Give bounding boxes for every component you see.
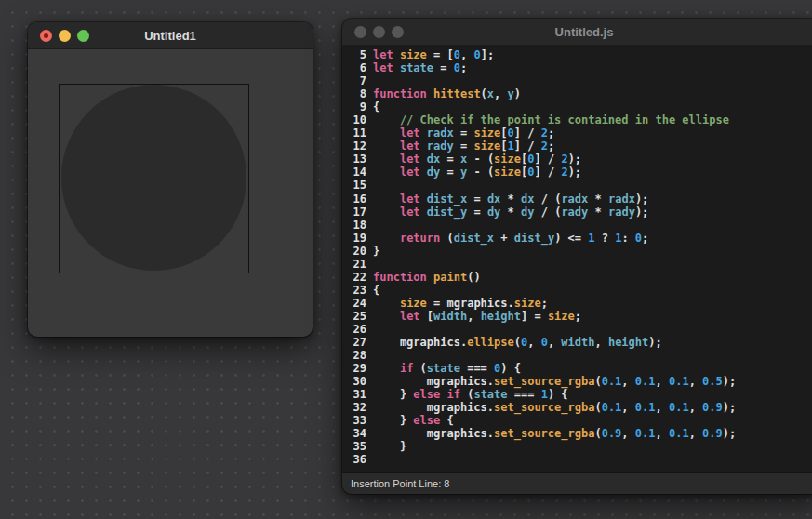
line-number: 31 bbox=[344, 388, 366, 401]
code-text: let rady = size[1] / 2; bbox=[373, 140, 554, 153]
zoom-button[interactable] bbox=[392, 26, 404, 38]
code-text: mgraphics.set_source_rgba(0.9, 0.1, 0.1,… bbox=[373, 427, 736, 440]
line-number: 6 bbox=[344, 61, 366, 74]
code-line[interactable]: 29 if (state === 0) { bbox=[344, 362, 812, 375]
code-line[interactable]: 31 } else if (state === 1) { bbox=[344, 388, 812, 401]
line-number: 18 bbox=[344, 219, 366, 232]
code-text: mgraphics.set_source_rgba(0.1, 0.1, 0.1,… bbox=[373, 375, 736, 388]
line-number: 9 bbox=[344, 100, 366, 113]
line-number: 21 bbox=[344, 258, 366, 271]
code-line[interactable]: 17 let dist_y = dy * dy / (rady * rady); bbox=[344, 206, 812, 219]
line-number: 26 bbox=[344, 323, 366, 336]
minimize-button[interactable] bbox=[373, 26, 385, 38]
code-line[interactable]: 30 mgraphics.set_source_rgba(0.1, 0.1, 0… bbox=[344, 375, 812, 388]
zoom-button[interactable] bbox=[77, 30, 89, 42]
code-text: function paint() bbox=[373, 271, 481, 284]
code-line[interactable]: 19 return (dist_x + dist_y) <= 1 ? 1: 0; bbox=[344, 232, 812, 245]
traffic-lights bbox=[40, 22, 89, 48]
ellipse-shape[interactable] bbox=[61, 85, 246, 271]
code-text: let [width, height] = size; bbox=[373, 310, 581, 323]
code-line[interactable]: 12 let rady = size[1] / 2; bbox=[344, 140, 812, 153]
line-number: 24 bbox=[344, 297, 366, 310]
code-text: } bbox=[373, 440, 406, 453]
line-number: 29 bbox=[344, 362, 366, 375]
code-line[interactable]: 22function paint() bbox=[344, 271, 812, 284]
code-text: } bbox=[373, 245, 379, 258]
code-editor[interactable]: 5let size = [0, 0];6let state = 0;78func… bbox=[342, 46, 812, 472]
jsui-canvas[interactable] bbox=[28, 48, 313, 337]
code-text: let dx = x - (size[0] / 2); bbox=[373, 153, 581, 166]
code-line[interactable]: 35 } bbox=[344, 440, 812, 453]
line-number: 5 bbox=[344, 48, 366, 61]
code-line[interactable]: 16 let dist_x = dx * dx / (radx * radx); bbox=[344, 193, 812, 206]
code-text: mgraphics.set_source_rgba(0.1, 0.1, 0.1,… bbox=[373, 401, 736, 414]
code-line[interactable]: 36 bbox=[344, 453, 812, 466]
code-line[interactable]: 6let state = 0; bbox=[344, 61, 812, 74]
code-line[interactable]: 18 bbox=[344, 219, 812, 232]
line-number: 33 bbox=[344, 414, 366, 427]
code-line[interactable]: 9{ bbox=[344, 100, 812, 113]
code-line[interactable]: 10 // Check if the point is contained in… bbox=[344, 113, 812, 126]
code-text: return (dist_x + dist_y) <= 1 ? 1: 0; bbox=[373, 232, 648, 245]
code-line[interactable]: 21 bbox=[344, 258, 812, 271]
code-text: let dist_x = dx * dx / (radx * radx); bbox=[373, 193, 648, 206]
code-line[interactable]: 27 mgraphics.ellipse(0, 0, width, height… bbox=[344, 336, 812, 349]
line-number: 22 bbox=[344, 271, 366, 284]
code-line[interactable]: 14 let dy = y - (size[0] / 2); bbox=[344, 166, 812, 179]
jsui-titlebar[interactable]: Untitled1 bbox=[28, 22, 313, 49]
code-line[interactable]: 5let size = [0, 0]; bbox=[344, 48, 812, 61]
traffic-lights-inactive bbox=[354, 19, 404, 45]
code-line[interactable]: 20} bbox=[344, 245, 812, 258]
code-text: let dist_y = dy * dy / (rady * rady); bbox=[373, 206, 648, 219]
line-number: 12 bbox=[344, 140, 366, 153]
line-number: 16 bbox=[344, 193, 366, 206]
code-line[interactable]: 24 size = mgraphics.size; bbox=[344, 297, 812, 310]
code-line[interactable]: 7 bbox=[344, 74, 812, 87]
line-number: 25 bbox=[344, 310, 366, 323]
close-dot-icon bbox=[44, 33, 48, 38]
code-line[interactable]: 28 bbox=[344, 349, 812, 362]
code-line[interactable]: 11 let radx = size[0] / 2; bbox=[344, 126, 812, 140]
line-number: 10 bbox=[344, 113, 366, 126]
insertion-point-label: Insertion Point Line: 8 bbox=[351, 478, 449, 489]
code-text: mgraphics.ellipse(0, 0, width, height); bbox=[373, 336, 662, 349]
line-number: 30 bbox=[344, 375, 366, 388]
line-number: 17 bbox=[344, 206, 366, 219]
code-line[interactable]: 15 bbox=[344, 179, 812, 192]
line-number: 32 bbox=[344, 401, 366, 414]
jsui-frame bbox=[59, 84, 249, 273]
code-line[interactable]: 23{ bbox=[344, 284, 812, 297]
code-line[interactable]: 8function hittest(x, y) bbox=[344, 87, 812, 100]
desktop-background: Untitled1 Untitled.js 5let size = [0, 0]… bbox=[0, 0, 812, 519]
code-text: { bbox=[373, 100, 379, 113]
line-number: 27 bbox=[344, 336, 366, 349]
close-button[interactable] bbox=[40, 30, 52, 42]
code-text: let state = 0; bbox=[373, 61, 467, 74]
code-line[interactable]: 34 mgraphics.set_source_rgba(0.9, 0.1, 0… bbox=[344, 427, 812, 440]
line-number: 34 bbox=[344, 427, 366, 440]
line-number: 19 bbox=[344, 232, 366, 245]
status-bar: Insertion Point Line: 8 bbox=[342, 472, 812, 494]
code-text: let size = [0, 0]; bbox=[373, 48, 494, 61]
line-number: 36 bbox=[344, 453, 366, 466]
code-editor-window: Untitled.js 5let size = [0, 0];6let stat… bbox=[342, 19, 812, 494]
code-text: let dy = y - (size[0] / 2); bbox=[373, 166, 581, 179]
line-number: 7 bbox=[344, 74, 366, 87]
editor-titlebar[interactable]: Untitled.js bbox=[342, 19, 812, 46]
minimize-button[interactable] bbox=[59, 30, 71, 42]
window-title: Untitled.js bbox=[342, 25, 812, 39]
code-line[interactable]: 32 mgraphics.set_source_rgba(0.1, 0.1, 0… bbox=[344, 401, 812, 414]
line-number: 14 bbox=[344, 166, 366, 179]
line-number: 8 bbox=[344, 87, 366, 100]
close-button[interactable] bbox=[354, 26, 366, 38]
code-text: } else if (state === 1) { bbox=[373, 388, 568, 401]
code-line[interactable]: 25 let [width, height] = size; bbox=[344, 310, 812, 323]
code-line[interactable]: 33 } else { bbox=[344, 414, 812, 427]
code-text: function hittest(x, y) bbox=[373, 87, 521, 100]
code-line[interactable]: 13 let dx = x - (size[0] / 2); bbox=[344, 153, 812, 166]
code-line[interactable]: 26 bbox=[344, 323, 812, 336]
code-text: } else { bbox=[373, 414, 454, 427]
line-number: 28 bbox=[344, 349, 366, 362]
code-text: // Check if the point is contained in th… bbox=[373, 113, 729, 126]
line-number: 35 bbox=[344, 440, 366, 453]
